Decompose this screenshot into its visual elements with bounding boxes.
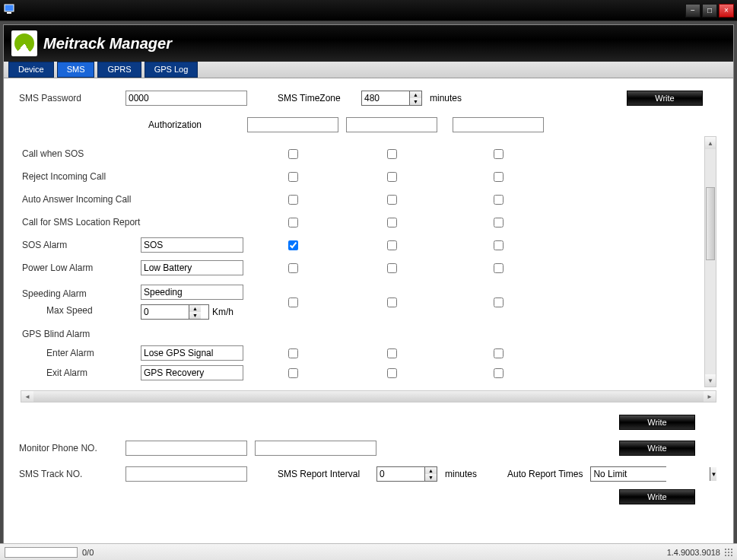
status-bar: 0/0 1.4.9003.9018 <box>0 543 737 560</box>
vertical-scrollbar[interactable]: ▲ ▼ <box>704 136 716 387</box>
checkbox-grid: Call when SOS Reject Incoming Call Auto … <box>19 136 718 383</box>
auto-report-times-value[interactable] <box>591 467 710 481</box>
tab-bar: Device SMS GPRS GPS Log <box>4 62 733 78</box>
scroll-left-icon[interactable]: ◄ <box>21 391 33 402</box>
workspace: Meitrack Manager Device SMS GPRS GPS Log… <box>3 24 734 554</box>
row-sos-alarm-chk3[interactable] <box>494 240 504 250</box>
speeding-chk3[interactable] <box>494 298 504 307</box>
minimize-button[interactable]: − <box>685 4 700 18</box>
enter-alarm-chk3[interactable] <box>494 348 504 358</box>
tab-gpslog[interactable]: GPS Log <box>145 62 199 78</box>
row-sos-alarm-chk2[interactable] <box>387 240 397 250</box>
row-reject-label: Reject Incoming Call <box>19 171 141 182</box>
maxspeed-down-icon[interactable]: ▼ <box>189 312 201 319</box>
row-autoanswer-chk3[interactable] <box>494 195 504 205</box>
enter-alarm-chk1[interactable] <box>288 348 298 358</box>
write-button-track[interactable]: Write <box>619 489 695 504</box>
exit-alarm-chk1[interactable] <box>288 368 298 378</box>
sms-timezone-label: SMS TimeZone <box>278 93 361 103</box>
close-button[interactable]: × <box>719 4 734 18</box>
version-text: 1.4.9003.9018 <box>667 548 720 557</box>
sms-report-interval-spinner[interactable]: ▲▼ <box>376 466 437 482</box>
sms-timezone-value[interactable] <box>362 91 409 105</box>
exit-alarm-label: Exit Alarm <box>19 368 141 378</box>
row-callsmsloc-label: Call for SMS Location Report <box>19 217 141 228</box>
content-pane: SMS Password SMS TimeZone ▲▼ minutes Wri… <box>4 78 733 553</box>
row-reject-chk1[interactable] <box>288 172 298 182</box>
exit-alarm-chk2[interactable] <box>387 368 397 378</box>
scroll-thumb[interactable] <box>706 187 715 260</box>
row-autoanswer-chk2[interactable] <box>387 195 397 205</box>
enter-alarm-chk2[interactable] <box>387 348 397 358</box>
timezone-unit: minutes <box>430 93 462 103</box>
titlebar: − □ × <box>0 0 737 21</box>
enter-alarm-input[interactable] <box>141 345 243 361</box>
tz-down-icon[interactable]: ▼ <box>410 98 421 105</box>
max-speed-spinner[interactable]: ▲▼ <box>141 304 209 320</box>
authorization-input-2[interactable] <box>346 117 437 132</box>
row-call-sos-chk1[interactable] <box>288 149 298 159</box>
auto-report-times-select[interactable]: ▼ <box>590 466 666 482</box>
scroll-up-icon[interactable]: ▲ <box>705 137 716 149</box>
monitor-phone-input-2[interactable] <box>255 441 376 456</box>
row-callsmsloc-chk2[interactable] <box>387 218 397 228</box>
maximize-button[interactable]: □ <box>702 4 717 18</box>
gps-blind-label: GPS Blind Alarm <box>19 329 141 339</box>
logo <box>11 30 37 56</box>
sms-report-interval-value[interactable] <box>377 467 424 481</box>
sms-report-interval-label: SMS Report Interval <box>278 469 369 479</box>
svg-rect-0 <box>5 5 14 11</box>
dropdown-icon[interactable]: ▼ <box>710 467 716 481</box>
interval-down-icon[interactable]: ▼ <box>425 474 437 481</box>
exit-alarm-chk3[interactable] <box>494 368 504 378</box>
horizontal-scrollbar[interactable]: ◄ ► <box>21 390 716 402</box>
hscroll-thumb[interactable] <box>33 391 704 402</box>
row-callsmsloc-chk1[interactable] <box>288 218 298 228</box>
monitor-phone-input-1[interactable] <box>125 441 247 456</box>
row-powerlow-label: Power Low Alarm <box>19 262 141 273</box>
exit-alarm-input[interactable] <box>141 365 243 380</box>
tab-device[interactable]: Device <box>8 62 54 78</box>
sms-timezone-spinner[interactable]: ▲▼ <box>361 91 422 106</box>
tab-sms[interactable]: SMS <box>57 62 95 78</box>
speeding-alarm-label: Speeding Alarm <box>19 288 141 299</box>
row-call-sos-label: Call when SOS <box>19 148 141 159</box>
progress-bar <box>5 547 78 558</box>
authorization-input-1[interactable] <box>247 117 338 132</box>
row-powerlow-chk3[interactable] <box>494 263 504 273</box>
speeding-chk1[interactable] <box>288 298 298 307</box>
settings-scroll-area: Call when SOS Reject Incoming Call Auto … <box>19 136 718 387</box>
resize-grip-icon[interactable] <box>725 549 732 556</box>
sms-password-input[interactable] <box>125 91 247 106</box>
row-call-sos-chk2[interactable] <box>387 149 397 159</box>
max-speed-value[interactable] <box>141 305 189 319</box>
interval-up-icon[interactable]: ▲ <box>425 467 437 474</box>
write-button-monitor[interactable]: Write <box>619 441 695 456</box>
maxspeed-up-icon[interactable]: ▲ <box>189 305 201 312</box>
scroll-down-icon[interactable]: ▼ <box>705 374 716 387</box>
tab-gprs[interactable]: GPRS <box>97 62 141 78</box>
scroll-right-icon[interactable]: ► <box>704 391 716 402</box>
enter-alarm-label: Enter Alarm <box>19 348 141 358</box>
write-button-top[interactable]: Write <box>627 91 703 106</box>
speeding-chk2[interactable] <box>387 298 397 307</box>
row-powerlow-input[interactable] <box>141 260 243 275</box>
write-button-grid[interactable]: Write <box>619 415 695 430</box>
row-call-sos-chk3[interactable] <box>494 149 504 159</box>
speeding-alarm-input[interactable] <box>141 285 243 300</box>
authorization-input-3[interactable] <box>453 117 544 132</box>
row-callsmsloc-chk3[interactable] <box>494 218 504 228</box>
row-reject-chk2[interactable] <box>387 172 397 182</box>
sms-track-input[interactable] <box>125 466 247 482</box>
row-autoanswer-chk1[interactable] <box>288 195 298 205</box>
row-powerlow-chk1[interactable] <box>288 263 298 273</box>
row-sos-alarm-input[interactable] <box>141 237 243 253</box>
row-powerlow-chk2[interactable] <box>387 263 397 273</box>
row-sos-alarm-chk1[interactable] <box>288 240 298 250</box>
max-speed-unit: Km/h <box>212 307 233 317</box>
auto-report-times-label: Auto Report Times <box>507 469 583 479</box>
app-title: Meitrack Manager <box>43 35 172 52</box>
tz-up-icon[interactable]: ▲ <box>410 91 421 98</box>
row-reject-chk3[interactable] <box>494 172 504 182</box>
monitor-phone-label: Monitor Phone NO. <box>19 443 118 453</box>
